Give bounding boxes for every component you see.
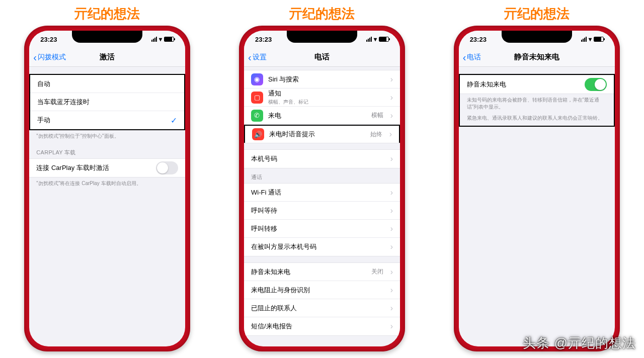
activation-mode-group: 自动 当车载蓝牙连接时 手动 ✓ <box>29 74 185 130</box>
phone-caption: 亓纪的想法 <box>74 5 140 23</box>
battery-icon <box>164 37 174 42</box>
battery-icon <box>594 37 604 42</box>
signal-icon <box>581 37 587 42</box>
notch <box>72 31 142 43</box>
row-show-caller-id[interactable]: 在被叫方显示本机号码 › <box>244 238 400 256</box>
wifi-icon: ▾ <box>589 36 592 43</box>
nav-title: 电话 <box>314 52 330 62</box>
row-call-forwarding[interactable]: 呼叫转移 › <box>244 220 400 238</box>
group-footer: "勿扰模式"控制位于"控制中心"面板。 <box>29 130 185 144</box>
phone-column-2: 亓纪的想法 23:23 ▾ ‹ 设置 电话 <box>239 5 405 351</box>
phone-caption: 亓纪的想法 <box>289 5 355 23</box>
chevron-right-icon: › <box>390 242 393 251</box>
section-header-carplay: CARPLAY 车载 <box>29 144 185 158</box>
option-auto[interactable]: 自动 <box>30 75 184 93</box>
chevron-right-icon: › <box>390 111 393 120</box>
nav-title: 激活 <box>100 52 115 62</box>
row-call-blocking[interactable]: 来电阻止与身份识别 › <box>244 281 400 299</box>
group-top: ◉ Siri 与搜索 › ▢ 通知 横幅、声音、标记 › <box>244 70 400 143</box>
toggle-on[interactable] <box>585 78 607 91</box>
group-mynumber: 本机号码 › <box>244 149 400 168</box>
chevron-right-icon: › <box>390 267 393 277</box>
chevron-right-icon: › <box>390 322 393 331</box>
speaker-icon: 🔊 <box>252 128 264 140</box>
phone-screen: 23:23 ▾ ‹ 设置 电话 <box>244 31 400 346</box>
wifi-icon: ▾ <box>159 36 162 43</box>
status-time: 23:23 <box>255 36 272 43</box>
row-silence-unknown[interactable]: 静音未知来电 关闭 › <box>244 263 400 281</box>
row-silence-toggle[interactable]: 静音未知来电 <box>460 75 614 94</box>
signal-icon <box>151 37 157 42</box>
carplay-group: 连接 CarPlay 车载时激活 <box>29 158 185 177</box>
group-footer: "勿扰模式"将在连接 CarPlay 车载时自动启用。 <box>29 177 185 191</box>
back-button[interactable]: ‹ 闪拨模式 <box>33 52 66 62</box>
row-blocked-contacts[interactable]: 已阻止的联系人 › <box>244 299 400 317</box>
phone-screen: 23:23 ▾ ‹ 闪拨模式 激活 <box>29 31 185 346</box>
back-label: 闪拨模式 <box>38 53 66 62</box>
row-notifications[interactable]: ▢ 通知 横幅、声音、标记 › <box>244 88 400 107</box>
notch <box>502 31 572 43</box>
chevron-left-icon: ‹ <box>463 52 466 62</box>
phone-icon: ✆ <box>251 110 263 122</box>
phone-frame: 23:23 ▾ ‹ 设置 电话 <box>239 26 405 351</box>
chevron-right-icon: › <box>389 130 392 139</box>
phone-frame: 23:23 ▾ ‹ 闪拨模式 激活 <box>24 26 190 351</box>
battery-icon <box>379 37 389 42</box>
content: ◉ Siri 与搜索 › ▢ 通知 横幅、声音、标记 › <box>244 67 400 346</box>
chevron-left-icon: ‹ <box>33 52 37 62</box>
row-announce-calls[interactable]: 🔊 来电时语音提示 始终 › <box>244 125 400 143</box>
row-siri[interactable]: ◉ Siri 与搜索 › <box>244 70 400 88</box>
chevron-left-icon: ‹ <box>248 52 252 62</box>
signal-icon <box>366 37 372 42</box>
carplay-toggle-row[interactable]: 连接 CarPlay 车载时激活 <box>29 159 185 177</box>
chevron-right-icon: › <box>390 75 393 84</box>
group-calls: Wi-Fi 通话 › 呼叫等待 › 呼叫转移 › 在被叫方显示本机号码 <box>244 183 400 256</box>
stage: 亓纪的想法 23:23 ▾ ‹ 闪拨模式 激活 <box>0 0 644 351</box>
chevron-right-icon: › <box>390 188 393 197</box>
status-time: 23:23 <box>40 36 57 43</box>
notch <box>287 31 357 43</box>
group-footer: 紧急来电、通讯录联系人和建议的联系人来电仍会正常响铃。 <box>460 115 614 126</box>
nav-bar: ‹ 电话 静音未知来电 <box>459 48 615 67</box>
group-footer: 未知号码的来电将会被静音、转移到语音信箱，并在"最近通话"列表中显示。 <box>460 94 614 115</box>
siri-icon: ◉ <box>251 73 263 85</box>
notification-icon: ▢ <box>251 92 263 104</box>
phone-caption: 亓纪的想法 <box>504 5 570 23</box>
row-sms-call-report[interactable]: 短信/来电报告 › <box>244 317 400 335</box>
phone-column-3: 亓纪的想法 23:23 ▾ ‹ 电话 静音未知来电 <box>454 5 620 351</box>
row-call-waiting[interactable]: 呼叫等待 › <box>244 202 400 220</box>
back-button[interactable]: ‹ 电话 <box>463 52 481 62</box>
content: 自动 当车载蓝牙连接时 手动 ✓ "勿扰模式"控制位于"控制中心"面板。 CAR… <box>29 67 185 346</box>
phone-frame: 23:23 ▾ ‹ 电话 静音未知来电 <box>454 26 620 351</box>
wifi-icon: ▾ <box>374 36 377 43</box>
chevron-right-icon: › <box>390 304 393 313</box>
content: 静音未知来电 未知号码的来电将会被静音、转移到语音信箱，并在"最近通话"列表中显… <box>459 67 615 346</box>
nav-bar: ‹ 闪拨模式 激活 <box>29 48 185 67</box>
chevron-right-icon: › <box>390 286 393 295</box>
group-silence: 静音未知来电 关闭 › 来电阻止与身份识别 › 已阻止的联系人 › <box>244 262 400 336</box>
chevron-right-icon: › <box>390 206 393 215</box>
chevron-right-icon: › <box>390 93 393 102</box>
chevron-right-icon: › <box>390 154 393 163</box>
option-manual[interactable]: 手动 ✓ <box>30 111 184 129</box>
row-my-number[interactable]: 本机号码 › <box>244 150 400 168</box>
status-time: 23:23 <box>470 36 487 43</box>
row-incoming[interactable]: ✆ 来电 横幅 › <box>244 107 400 125</box>
row-wifi-calling[interactable]: Wi-Fi 通话 › <box>244 184 400 202</box>
nav-bar: ‹ 设置 电话 <box>244 48 400 67</box>
phone-column-1: 亓纪的想法 23:23 ▾ ‹ 闪拨模式 激活 <box>24 5 190 351</box>
section-header-calls: 通话 <box>244 168 400 183</box>
highlight-box: 静音未知来电 未知号码的来电将会被静音、转移到语音信箱，并在"最近通话"列表中显… <box>459 74 615 127</box>
watermark: 头条 @亓纪的想法 <box>523 334 636 352</box>
silence-group: 静音未知来电 <box>460 75 614 94</box>
back-label: 电话 <box>467 53 481 62</box>
back-button[interactable]: ‹ 设置 <box>248 52 267 62</box>
phone-screen: 23:23 ▾ ‹ 电话 静音未知来电 <box>459 31 615 346</box>
chevron-right-icon: › <box>390 224 393 233</box>
check-icon: ✓ <box>171 116 177 125</box>
option-bluetooth[interactable]: 当车载蓝牙连接时 <box>30 93 184 111</box>
back-label: 设置 <box>253 53 267 62</box>
toggle-off[interactable] <box>156 161 178 174</box>
nav-title: 静音未知来电 <box>514 52 559 62</box>
